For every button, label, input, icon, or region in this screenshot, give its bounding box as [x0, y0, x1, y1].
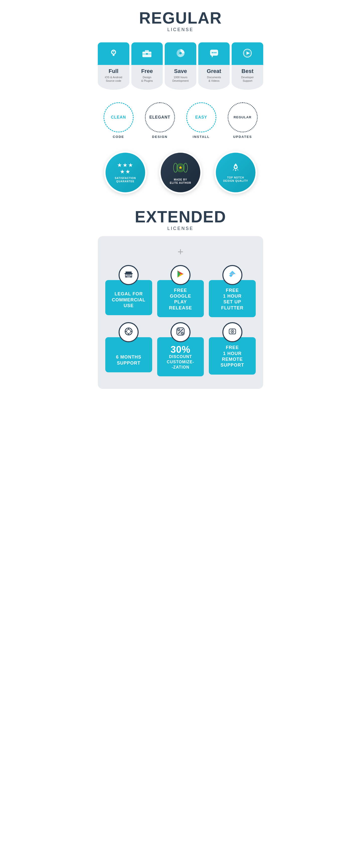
badge-easy-label: INSTALL: [193, 135, 210, 138]
badge-regular-label: UPDATES: [233, 135, 252, 138]
ext-card-support-icon-wrap: [119, 322, 139, 342]
svg-rect-31: [130, 275, 131, 276]
ext-card-googleplay-text: FREEGOOGLEPLAYRELEASE: [169, 287, 192, 311]
svg-point-14: [213, 52, 215, 53]
quality-topnotch-text: TOP NOTCHDESIGN QUALITY: [223, 176, 248, 183]
ext-card-remote: FREE1 HOURREMOTESUPPORT: [209, 322, 256, 376]
card-full-bottom: Full iOS & AndroidSource code: [98, 65, 129, 90]
ext-card-discount-body: 30% DISCOUNTCUSTOMIZE--ZATION: [157, 337, 204, 376]
badge-circles-row: CLEAN CODE ELEGANT DESIGN EASY INSTALL R…: [98, 102, 263, 138]
quality-satisfaction-text: SATISFACTIONQUARANTEE: [115, 177, 136, 183]
ext-card-remote-icon-wrap: [222, 322, 242, 342]
svg-point-4: [113, 51, 114, 53]
ext-card-discount: 30% DISCOUNTCUSTOMIZE--ZATION: [157, 322, 204, 376]
bulb-icon: [109, 48, 119, 60]
card-full-desc: iOS & AndroidSource code: [100, 75, 127, 83]
ext-card-discount-icon-wrap: [171, 322, 190, 342]
svg-point-52: [232, 331, 233, 332]
ext-card-legal-icon-wrap: [119, 265, 139, 285]
plus-symbol: +: [105, 246, 256, 257]
quality-badges-row: ★★★★★ SATISFACTIONQUARANTEE MADE BYELITE…: [98, 151, 263, 194]
svg-point-15: [215, 52, 216, 53]
store-icon: [124, 270, 133, 280]
card-best-heading: Best: [234, 68, 261, 74]
quality-elite: MADE BYELITE AUTHOR: [159, 151, 202, 194]
svg-marker-12: [212, 56, 213, 58]
svg-rect-53: [232, 329, 233, 329]
regular-subtitle: LICENSE: [98, 27, 263, 32]
quality-topnotch: TOP NOTCHDESIGN QUALITY: [214, 151, 257, 194]
ext-card-googleplay-icon-wrap: [171, 265, 190, 285]
ext-card-remote-text: FREE1 HOURREMOTESUPPORT: [220, 345, 244, 368]
svg-rect-6: [145, 50, 149, 52]
badge-regular-text: REGULAR: [234, 115, 251, 119]
card-great-desc: Documents& Videos: [200, 75, 228, 83]
laurel-icon: [173, 160, 188, 177]
elite-badge: MADE BYELITE AUTHOR: [170, 160, 191, 185]
card-save-desc: 1000 hoursDevelopment: [167, 75, 194, 83]
svg-rect-1: [113, 55, 115, 55]
stars-icon: ★★★★★: [117, 162, 133, 175]
card-great-heading: Great: [200, 68, 228, 74]
ext-card-discount-text: 30% DISCOUNTCUSTOMIZE--ZATION: [167, 345, 194, 370]
ext-card-legal-text: LEGAL FORCOMMERCIALUSE: [112, 291, 145, 309]
regular-title: REGULAR: [98, 10, 263, 26]
card-best-bottom: Best DeveloperSupport: [232, 65, 263, 90]
badge-elegant: ELEGANT DESIGN: [145, 102, 175, 138]
card-full-heading: Full: [100, 68, 127, 74]
ext-card-flutter-text: FREE1 HOURSET UPFLUTTER: [221, 287, 243, 311]
ext-card-legal: LEGAL FORCOMMERCIALUSE: [105, 265, 152, 317]
badge-elegant-label: DESIGN: [152, 135, 168, 138]
badge-elegant-circle: ELEGANT: [145, 102, 175, 132]
svg-rect-8: [146, 53, 148, 55]
badge-regular: REGULAR UPDATES: [228, 102, 258, 138]
ext-card-support: 6 MONTHSSUPPORT: [105, 322, 152, 376]
feature-cards-row: Full iOS & AndroidSource code Free Desig…: [98, 42, 263, 90]
svg-point-10: [179, 52, 182, 54]
ext-card-support-body: 6 MONTHSSUPPORT: [105, 337, 152, 372]
extended-section: + LE: [98, 236, 263, 389]
extended-subtitle: LICENSE: [98, 226, 263, 231]
badge-clean-label: CODE: [113, 135, 124, 138]
svg-rect-25: [235, 169, 236, 171]
lifebuoy-icon: [124, 327, 133, 338]
quality-elite-text: MADE BYELITE AUTHOR: [170, 178, 191, 185]
badge-elegant-text: ELEGANT: [149, 115, 170, 120]
card-full: Full iOS & AndroidSource code: [98, 42, 129, 90]
card-free-heading: Free: [133, 68, 161, 74]
extended-grid: LEGAL FORCOMMERCIALUSE F: [105, 265, 256, 376]
badge-easy-text: EASY: [195, 115, 207, 120]
badge-clean-text: CLEAN: [111, 115, 126, 120]
card-free-top: [131, 42, 163, 65]
ext-card-remote-body: FREE1 HOURREMOTESUPPORT: [209, 337, 256, 375]
badge-easy-circle: EASY: [186, 102, 216, 132]
card-save: Save 1000 hoursDevelopment: [165, 42, 196, 90]
card-save-bottom: Save 1000 hoursDevelopment: [165, 65, 196, 90]
card-save-heading: Save: [167, 68, 194, 74]
chart-icon: [176, 48, 185, 60]
extended-title: EXTENDED: [98, 209, 263, 225]
svg-point-41: [127, 330, 130, 334]
ext-card-flutter-icon-wrap: [222, 265, 242, 285]
svg-point-13: [212, 52, 213, 53]
badge-easy: EASY INSTALL: [186, 102, 216, 138]
card-best-top: [232, 42, 263, 65]
ext-card-googleplay-body: FREEGOOGLEPLAYRELEASE: [157, 280, 204, 317]
quality-satisfaction: ★★★★★ SATISFACTIONQUARANTEE: [104, 151, 147, 194]
svg-rect-29: [127, 275, 130, 278]
card-save-top: [165, 42, 196, 65]
google-play-icon: [176, 270, 185, 280]
ext-card-flutter-body: FREE1 HOURSET UPFLUTTER: [209, 280, 256, 317]
svg-rect-2: [113, 55, 114, 56]
ext-card-flutter: FREE1 HOURSET UPFLUTTER: [209, 265, 256, 317]
rocket-icon: [231, 162, 241, 175]
extended-license-header: EXTENDED LICENSE: [98, 209, 263, 231]
chat-icon: [209, 48, 219, 60]
svg-marker-39: [231, 276, 232, 277]
play-circle-icon: [242, 48, 252, 60]
briefcase-icon: [141, 48, 152, 60]
card-great-bottom: Great Documents& Videos: [198, 65, 230, 90]
svg-marker-18: [246, 52, 250, 55]
card-free-desc: Design& Plugins: [133, 75, 161, 83]
flutter-icon: [228, 270, 237, 280]
